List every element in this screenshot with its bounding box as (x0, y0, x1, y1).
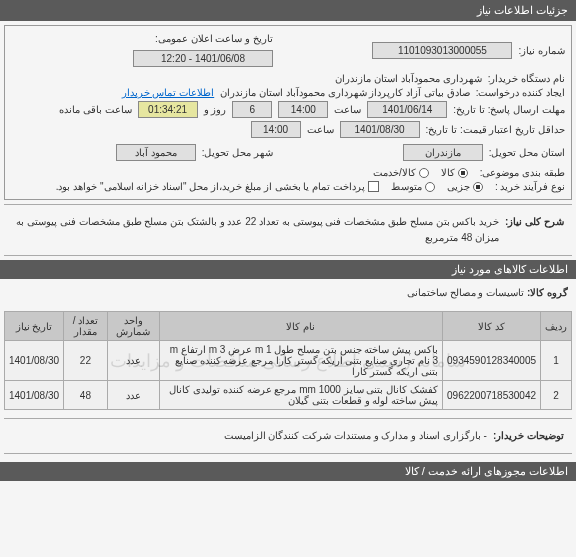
cell-date: 1401/08/30 (5, 341, 64, 381)
checkbox-note[interactable]: پرداخت تمام یا بخشی از مبلغ خرید،از محل … (56, 181, 379, 192)
radio-service[interactable]: کالا/خدمت (373, 167, 429, 178)
group-label: گروه کالا: (527, 287, 568, 298)
topic-label: طبقه بندی موضوعی: (480, 167, 565, 178)
deadline-label: مهلت ارسال پاسخ: تا تاریخ: (453, 104, 565, 115)
min-valid-time: 14:00 (251, 121, 301, 138)
radio-icon (425, 182, 435, 192)
deadline-date: 1401/06/14 (367, 101, 447, 118)
radio-mid-label: متوسط (391, 181, 422, 192)
buyer-notes-label: توضیحات خریدار: (493, 428, 564, 444)
saat-label-2: ساعت (307, 124, 334, 135)
radio-icon (458, 168, 468, 178)
table-row: 1 0934590128340005 باکس پیش ساخته جنس بت… (5, 341, 572, 381)
radio-goods-label: کالا (441, 167, 455, 178)
city-value: محمود آباد (116, 144, 196, 161)
cell-code: 0934590128340005 (443, 341, 541, 381)
min-valid-label: حداقل تاریخ اعتبار قیمت: تا تاریخ: (426, 124, 565, 135)
th-row: ردیف (541, 312, 572, 341)
cell-idx: 1 (541, 341, 572, 381)
radio-low[interactable]: جزیی (447, 181, 483, 192)
remain-time: 01:34:21 (138, 101, 198, 118)
summary-label: شرح کلی نیاز: (505, 214, 564, 230)
goods-table: ردیف کد کالا نام کالا واحد شمارش تعداد /… (4, 311, 572, 410)
radio-goods[interactable]: کالا (441, 167, 468, 178)
min-valid-date: 1401/08/30 (340, 121, 420, 138)
creator-label: ایجاد کننده درخواست: (476, 87, 565, 98)
checkbox-icon (368, 181, 379, 192)
summary-text: خرید باکس بتن مسلح طبق مشخصات فنی پیوستی… (12, 214, 499, 246)
cell-name: باکس پیش ساخته جنس بتن مسلح طول m 1 عرض … (159, 341, 442, 381)
remain-label: ساعت باقی مانده (59, 104, 132, 115)
cell-date: 1401/08/30 (5, 381, 64, 410)
public-date-label: تاریخ و ساعت اعلان عمومی: (155, 33, 273, 44)
th-date: تاریخ نیاز (5, 312, 64, 341)
page-title: جزئیات اطلاعات نیاز (0, 0, 576, 21)
city-label: شهر محل تحویل: (202, 147, 273, 158)
footer-header: اطلاعات مجوزهای ارائه خدمت / کالا (0, 462, 576, 481)
th-code: کد کالا (443, 312, 541, 341)
contact-link[interactable]: اطلاعات تماس خریدار (122, 87, 215, 98)
days-left: 6 (232, 101, 272, 118)
th-unit: واحد شمارش (107, 312, 159, 341)
cell-unit: عدد (107, 341, 159, 381)
process-label: نوع فرآیند خرید : (495, 181, 565, 192)
req-no-label: شماره نیاز: (518, 45, 565, 56)
th-qty: تعداد / مقدار (64, 312, 108, 341)
goods-header: اطلاعات کالاهای مورد نیاز (0, 260, 576, 279)
cell-qty: 22 (64, 341, 108, 381)
radio-service-label: کالا/خدمت (373, 167, 416, 178)
creator-value: صادق بیاتی آزاد کارپرداز شهرداری محمودآب… (220, 87, 469, 98)
rooz-va: روز و (204, 104, 227, 115)
radio-icon (419, 168, 429, 178)
buyer-org-value: شهرداری محمودآباد استان مازندران (335, 73, 481, 84)
radio-mid[interactable]: متوسط (391, 181, 435, 192)
group-value: تاسیسات و مصالح ساختمانی (407, 287, 524, 298)
table-row: 2 0962200718530042 کفشک کانال بتنی سایز … (5, 381, 572, 410)
province-value: مازندران (403, 144, 483, 161)
cell-code: 0962200718530042 (443, 381, 541, 410)
radio-icon (473, 182, 483, 192)
cell-qty: 48 (64, 381, 108, 410)
th-name: نام کالا (159, 312, 442, 341)
buyer-notes-text: - بارگزاری اسناد و مدارک و مستندات شرکت … (12, 428, 487, 444)
public-date-value: 1401/06/08 - 12:20 (133, 50, 273, 67)
radio-low-label: جزیی (447, 181, 470, 192)
province-label: استان محل تحویل: (489, 147, 565, 158)
note-text: پرداخت تمام یا بخشی از مبلغ خرید،از محل … (56, 181, 365, 192)
buyer-org-label: نام دستگاه خریدار: (488, 73, 565, 84)
req-no-value: 1101093013000055 (372, 42, 512, 59)
deadline-time: 14:00 (278, 101, 328, 118)
cell-unit: عدد (107, 381, 159, 410)
cell-name: کفشک کانال بتنی سایز mm 1000 مرجع عرضه ک… (159, 381, 442, 410)
cell-idx: 2 (541, 381, 572, 410)
saat-label-1: ساعت (334, 104, 361, 115)
